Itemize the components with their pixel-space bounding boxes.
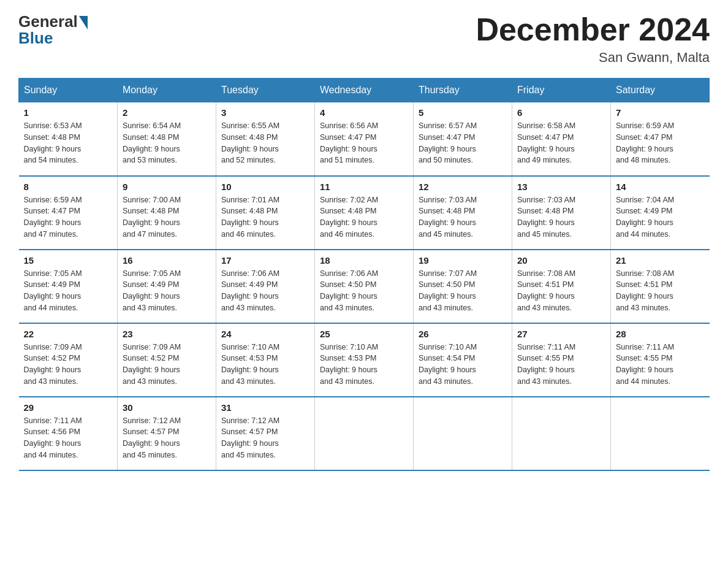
day-info: Sunrise: 6:59 AMSunset: 4:47 PMDaylight:… xyxy=(24,194,113,240)
header-day-wednesday: Wednesday xyxy=(315,79,414,102)
calendar-cell: 2 Sunrise: 6:54 AMSunset: 4:48 PMDayligh… xyxy=(118,102,216,176)
calendar-week-row: 15 Sunrise: 7:05 AMSunset: 4:49 PMDaylig… xyxy=(19,250,710,323)
day-number: 28 xyxy=(616,329,705,339)
title-block: December 2024 San Gwann, Malta xyxy=(476,12,710,66)
header-day-saturday: Saturday xyxy=(611,79,710,102)
day-info: Sunrise: 7:01 AMSunset: 4:48 PMDaylight:… xyxy=(221,194,309,240)
calendar-cell: 7 Sunrise: 6:59 AMSunset: 4:47 PMDayligh… xyxy=(611,102,710,176)
day-number: 26 xyxy=(419,329,507,339)
day-number: 4 xyxy=(320,107,408,118)
day-info: Sunrise: 7:05 AMSunset: 4:49 PMDaylight:… xyxy=(123,268,211,314)
day-number: 7 xyxy=(616,107,705,118)
header-day-thursday: Thursday xyxy=(414,79,512,102)
calendar-cell: 9 Sunrise: 7:00 AMSunset: 4:48 PMDayligh… xyxy=(118,176,216,250)
calendar-cell xyxy=(512,397,611,470)
day-info: Sunrise: 6:53 AMSunset: 4:48 PMDaylight:… xyxy=(24,120,113,166)
day-number: 24 xyxy=(221,329,309,339)
calendar-cell xyxy=(315,397,414,470)
day-info: Sunrise: 7:06 AMSunset: 4:49 PMDaylight:… xyxy=(221,268,309,314)
calendar-cell: 10 Sunrise: 7:01 AMSunset: 4:48 PMDaylig… xyxy=(216,176,315,250)
header-day-monday: Monday xyxy=(118,79,216,102)
day-number: 30 xyxy=(123,402,211,413)
logo: General Blue xyxy=(18,12,88,48)
day-number: 12 xyxy=(419,182,507,192)
day-number: 23 xyxy=(123,329,211,339)
day-number: 22 xyxy=(24,329,113,339)
day-info: Sunrise: 7:11 AMSunset: 4:55 PMDaylight:… xyxy=(616,342,705,388)
calendar-cell: 28 Sunrise: 7:11 AMSunset: 4:55 PMDaylig… xyxy=(611,323,710,397)
day-info: Sunrise: 7:06 AMSunset: 4:50 PMDaylight:… xyxy=(320,268,408,314)
day-number: 27 xyxy=(517,329,605,339)
calendar-cell: 16 Sunrise: 7:05 AMSunset: 4:49 PMDaylig… xyxy=(118,250,216,323)
day-info: Sunrise: 7:09 AMSunset: 4:52 PMDaylight:… xyxy=(24,342,113,388)
calendar-cell: 5 Sunrise: 6:57 AMSunset: 4:47 PMDayligh… xyxy=(414,102,512,176)
page-header: General Blue December 2024 San Gwann, Ma… xyxy=(18,12,710,66)
calendar-cell: 26 Sunrise: 7:10 AMSunset: 4:54 PMDaylig… xyxy=(414,323,512,397)
header-day-tuesday: Tuesday xyxy=(216,79,315,102)
day-info: Sunrise: 6:57 AMSunset: 4:47 PMDaylight:… xyxy=(419,120,507,166)
calendar-cell: 3 Sunrise: 6:55 AMSunset: 4:48 PMDayligh… xyxy=(216,102,315,176)
day-number: 9 xyxy=(123,182,211,192)
calendar-cell xyxy=(414,397,512,470)
calendar-cell: 4 Sunrise: 6:56 AMSunset: 4:47 PMDayligh… xyxy=(315,102,414,176)
calendar-cell: 23 Sunrise: 7:09 AMSunset: 4:52 PMDaylig… xyxy=(118,323,216,397)
calendar-cell: 24 Sunrise: 7:10 AMSunset: 4:53 PMDaylig… xyxy=(216,323,315,397)
calendar-cell xyxy=(611,397,710,470)
logo-arrow-icon xyxy=(79,16,88,29)
header-day-friday: Friday xyxy=(512,79,611,102)
day-info: Sunrise: 7:03 AMSunset: 4:48 PMDaylight:… xyxy=(517,194,605,240)
calendar-cell: 20 Sunrise: 7:08 AMSunset: 4:51 PMDaylig… xyxy=(512,250,611,323)
day-info: Sunrise: 7:04 AMSunset: 4:49 PMDaylight:… xyxy=(616,194,705,240)
day-info: Sunrise: 7:02 AMSunset: 4:48 PMDaylight:… xyxy=(320,194,408,240)
calendar-cell: 14 Sunrise: 7:04 AMSunset: 4:49 PMDaylig… xyxy=(611,176,710,250)
calendar-week-row: 22 Sunrise: 7:09 AMSunset: 4:52 PMDaylig… xyxy=(19,323,710,397)
calendar-cell: 25 Sunrise: 7:10 AMSunset: 4:53 PMDaylig… xyxy=(315,323,414,397)
day-info: Sunrise: 6:55 AMSunset: 4:48 PMDaylight:… xyxy=(221,120,309,166)
calendar-cell: 18 Sunrise: 7:06 AMSunset: 4:50 PMDaylig… xyxy=(315,250,414,323)
calendar-body: 1 Sunrise: 6:53 AMSunset: 4:48 PMDayligh… xyxy=(19,102,710,470)
header-row: SundayMondayTuesdayWednesdayThursdayFrid… xyxy=(19,79,710,102)
calendar-week-row: 8 Sunrise: 6:59 AMSunset: 4:47 PMDayligh… xyxy=(19,176,710,250)
day-number: 13 xyxy=(517,182,605,192)
calendar-cell: 30 Sunrise: 7:12 AMSunset: 4:57 PMDaylig… xyxy=(118,397,216,470)
day-info: Sunrise: 6:59 AMSunset: 4:47 PMDaylight:… xyxy=(616,120,705,166)
calendar-cell: 1 Sunrise: 6:53 AMSunset: 4:48 PMDayligh… xyxy=(19,102,118,176)
day-number: 21 xyxy=(616,255,705,266)
day-number: 5 xyxy=(419,107,507,118)
day-info: Sunrise: 7:10 AMSunset: 4:53 PMDaylight:… xyxy=(221,342,309,388)
calendar-cell: 22 Sunrise: 7:09 AMSunset: 4:52 PMDaylig… xyxy=(19,323,118,397)
day-number: 17 xyxy=(221,255,309,266)
day-number: 25 xyxy=(320,329,408,339)
day-number: 15 xyxy=(24,255,113,266)
day-number: 3 xyxy=(221,107,309,118)
day-info: Sunrise: 7:08 AMSunset: 4:51 PMDaylight:… xyxy=(616,268,705,314)
calendar-week-row: 1 Sunrise: 6:53 AMSunset: 4:48 PMDayligh… xyxy=(19,102,710,176)
day-info: Sunrise: 7:11 AMSunset: 4:56 PMDaylight:… xyxy=(24,415,113,461)
calendar-cell: 11 Sunrise: 7:02 AMSunset: 4:48 PMDaylig… xyxy=(315,176,414,250)
day-info: Sunrise: 7:08 AMSunset: 4:51 PMDaylight:… xyxy=(517,268,605,314)
calendar-cell: 27 Sunrise: 7:11 AMSunset: 4:55 PMDaylig… xyxy=(512,323,611,397)
calendar-header: SundayMondayTuesdayWednesdayThursdayFrid… xyxy=(19,79,710,102)
calendar-cell: 31 Sunrise: 7:12 AMSunset: 4:57 PMDaylig… xyxy=(216,397,315,470)
calendar-cell: 21 Sunrise: 7:08 AMSunset: 4:51 PMDaylig… xyxy=(611,250,710,323)
day-info: Sunrise: 7:12 AMSunset: 4:57 PMDaylight:… xyxy=(221,415,309,461)
calendar-table: SundayMondayTuesdayWednesdayThursdayFrid… xyxy=(18,78,710,471)
logo-blue-text: Blue xyxy=(18,29,53,48)
day-number: 1 xyxy=(24,107,113,118)
day-number: 29 xyxy=(24,402,113,413)
day-number: 14 xyxy=(616,182,705,192)
day-number: 20 xyxy=(517,255,605,266)
day-info: Sunrise: 7:05 AMSunset: 4:49 PMDaylight:… xyxy=(24,268,113,314)
day-info: Sunrise: 6:56 AMSunset: 4:47 PMDaylight:… xyxy=(320,120,408,166)
day-info: Sunrise: 7:07 AMSunset: 4:50 PMDaylight:… xyxy=(419,268,507,314)
calendar-cell: 13 Sunrise: 7:03 AMSunset: 4:48 PMDaylig… xyxy=(512,176,611,250)
calendar-cell: 8 Sunrise: 6:59 AMSunset: 4:47 PMDayligh… xyxy=(19,176,118,250)
day-number: 16 xyxy=(123,255,211,266)
calendar-cell: 29 Sunrise: 7:11 AMSunset: 4:56 PMDaylig… xyxy=(19,397,118,470)
day-number: 2 xyxy=(123,107,211,118)
day-info: Sunrise: 7:09 AMSunset: 4:52 PMDaylight:… xyxy=(123,342,211,388)
day-number: 10 xyxy=(221,182,309,192)
calendar-cell: 17 Sunrise: 7:06 AMSunset: 4:49 PMDaylig… xyxy=(216,250,315,323)
day-number: 31 xyxy=(221,402,309,413)
month-title: December 2024 xyxy=(476,12,710,47)
